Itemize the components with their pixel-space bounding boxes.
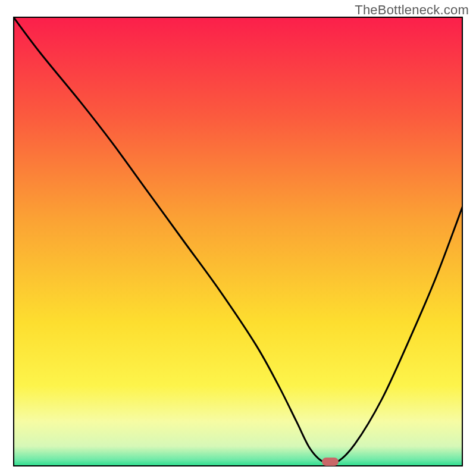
- watermark-text: TheBottleneck.com: [355, 2, 469, 18]
- chart-canvas: [13, 17, 463, 466]
- optimal-marker: [322, 458, 339, 466]
- bottleneck-chart: [13, 17, 463, 466]
- gradient-background: [13, 17, 463, 466]
